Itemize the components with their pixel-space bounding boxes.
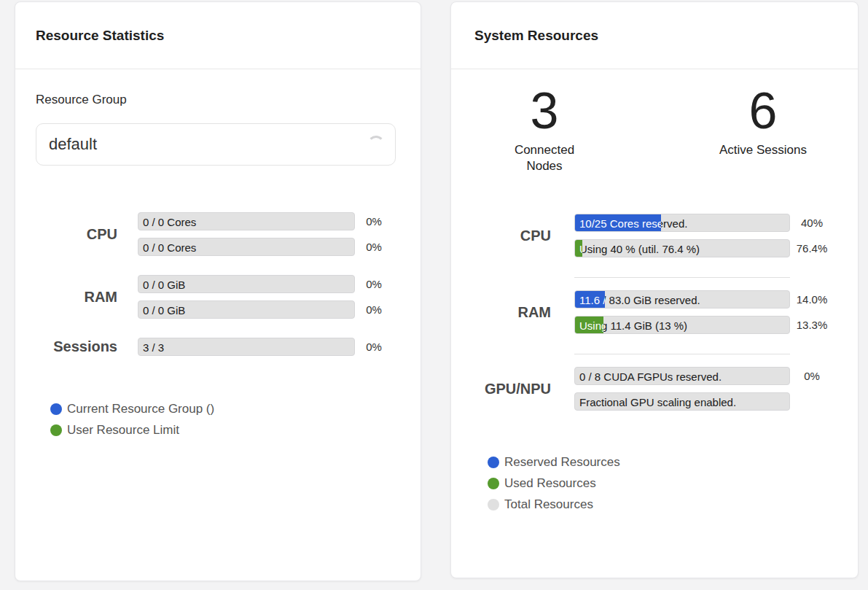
- bar-percent: 0%: [359, 241, 388, 253]
- green-dot-icon: [488, 478, 499, 489]
- connected-nodes-label: Connected Nodes: [504, 142, 585, 174]
- ram-used-bar: Using 11.4 GiB (13 %) Using 11.4 GiB (13…: [574, 316, 790, 334]
- legend-item-reserved-resources: Reserved Resources: [488, 451, 834, 473]
- cpu-limit-bar: 0 / 0 Cores 0 / 0 Cores: [138, 238, 355, 256]
- legend-item-total-resources: Total Resources: [488, 494, 834, 515]
- bar-fill: Using 11.4 GiB (13 %): [575, 317, 603, 333]
- ram-label: RAM: [36, 289, 117, 306]
- legend-item-current-resource-group: Current Resource Group (): [50, 398, 400, 419]
- sessions-bar: 3 / 3 3 / 3: [138, 338, 355, 356]
- sessions-label: Sessions: [36, 338, 117, 355]
- bar-percent: 14.0%: [794, 293, 829, 306]
- bar-fill-text: Using 11.4 GiB (13 %): [579, 319, 603, 331]
- cpu-reserved-bar: 10/25 Cores reserved. 10/25 Cores reserv…: [574, 214, 790, 232]
- bar-percent: 13.3%: [794, 319, 829, 331]
- gray-dot-icon: [488, 499, 499, 511]
- ram-label: RAM: [474, 304, 551, 321]
- system-stats-row: 3 Connected Nodes 6 Active Sessions: [474, 85, 834, 174]
- bar-text: 0 / 0 Cores: [143, 241, 196, 253]
- gpu-npu-label: GPU/NPU: [474, 381, 551, 397]
- bar-text: 0 / 0 GiB: [143, 278, 185, 290]
- blue-dot-icon: [50, 403, 62, 415]
- legend-label: Total Resources: [504, 497, 593, 512]
- bar-percent: 0%: [794, 370, 829, 382]
- cpu-used-bar: Using 40 % (util. 76.4 %) Using 40 % (ut…: [574, 239, 790, 257]
- metric-divider: [574, 354, 790, 354]
- gpu-metric-row: GPU/NPU 0 / 8 CUDA FGPUs reserved. 0 / 8…: [474, 367, 834, 411]
- legend-label: User Resource Limit: [67, 423, 179, 438]
- bar-text: Fractional GPU scaling enabled.: [579, 395, 736, 408]
- blue-dot-icon: [488, 457, 499, 468]
- metric-divider: [574, 277, 790, 278]
- ram-group-bar: 0 / 0 GiB 0 / 0 GiB: [138, 275, 355, 293]
- bar-text: 0 / 0 Cores: [143, 215, 196, 228]
- bar-percent: 0%: [359, 341, 388, 353]
- bar-fill: 10/25 Cores reserved.: [575, 214, 661, 231]
- ram-metric-row: RAM 11.6 / 83.0 GiB reserved. 11.6 / 83.…: [474, 290, 834, 334]
- bar-percent: 0%: [359, 215, 388, 228]
- resource-statistics-legend: Current Resource Group () User Resource …: [50, 398, 400, 440]
- connected-nodes-stat: 3 Connected Nodes: [504, 85, 585, 174]
- cpu-metric-row: CPU 10/25 Cores reserved. 10/25 Cores re…: [474, 214, 834, 257]
- resource-group-selected-value: default: [49, 135, 97, 154]
- resource-statistics-title: Resource Statistics: [36, 28, 164, 44]
- resource-statistics-metrics: CPU 0 / 0 Cores 0 / 0 Cores 0% 0: [36, 212, 400, 356]
- cpu-label: CPU: [474, 228, 551, 244]
- legend-label: Current Resource Group (): [67, 402, 214, 416]
- legend-label: Reserved Resources: [504, 455, 620, 470]
- resource-group-label: Resource Group: [36, 93, 400, 107]
- bar-percent: 76.4%: [794, 242, 829, 255]
- ram-metric-row: RAM 0 / 0 GiB 0 / 0 GiB 0% 0 / 0: [36, 275, 400, 319]
- resource-statistics-body: Resource Group default CPU 0 / 0 Cores 0…: [15, 69, 421, 440]
- ram-limit-bar: 0 / 0 GiB 0 / 0 GiB: [138, 300, 355, 319]
- system-resources-header: System Resources: [451, 2, 858, 69]
- legend-item-used-resources: Used Resources: [488, 473, 834, 494]
- bar-fill-text: 11.6 / 83.0 GiB reserved.: [579, 293, 605, 306]
- bar-percent: 0%: [359, 303, 388, 316]
- resource-statistics-header: Resource Statistics: [15, 2, 421, 69]
- resource-group-select[interactable]: default: [36, 123, 396, 166]
- legend-item-user-resource-limit: User Resource Limit: [50, 419, 400, 440]
- system-resources-title: System Resources: [474, 28, 598, 44]
- active-sessions-label: Active Sessions: [719, 142, 807, 158]
- loading-spinner-icon: [367, 136, 385, 153]
- system-resources-body: 3 Connected Nodes 6 Active Sessions CPU …: [451, 69, 858, 515]
- cpu-group-bar: 0 / 0 Cores 0 / 0 Cores: [138, 212, 355, 230]
- bar-fill-text: 10/25 Cores reserved.: [579, 217, 661, 229]
- ram-reserved-bar: 11.6 / 83.0 GiB reserved. 11.6 / 83.0 Gi…: [574, 290, 790, 308]
- bar-percent: 40%: [794, 217, 829, 229]
- bar-text: Using 40 % (util. 76.4 %): [579, 242, 700, 255]
- bar-fill-text: Using 40 % (util. 76.4 %): [579, 242, 582, 255]
- green-dot-icon: [50, 424, 62, 436]
- bar-fill: 11.6 / 83.0 GiB reserved.: [575, 291, 605, 308]
- system-resources-card: System Resources 3 Connected Nodes 6 Act…: [450, 1, 859, 578]
- bar-fill: Using 40 % (util. 76.4 %): [575, 240, 582, 257]
- bar-text: 0 / 0 GiB: [143, 303, 185, 316]
- bar-text: 3 / 3: [143, 341, 164, 353]
- bar-text: 0 / 8 CUDA FGPUs reserved.: [579, 370, 722, 382]
- cpu-label: CPU: [36, 226, 117, 243]
- cpu-metric-row: CPU 0 / 0 Cores 0 / 0 Cores 0% 0: [36, 212, 400, 256]
- gpu-scaling-info-bar: Fractional GPU scaling enabled.: [574, 392, 790, 411]
- sessions-metric-row: Sessions 3 / 3 3 / 3 0%: [36, 338, 400, 356]
- gpu-reserved-bar: 0 / 8 CUDA FGPUs reserved. 0 / 8 CUDA FG…: [574, 367, 790, 385]
- legend-label: Used Resources: [504, 476, 596, 491]
- resource-statistics-card: Resource Statistics Resource Group defau…: [15, 1, 421, 581]
- system-resources-metrics: CPU 10/25 Cores reserved. 10/25 Cores re…: [474, 214, 834, 411]
- bar-percent: 0%: [359, 278, 388, 290]
- system-resources-legend: Reserved Resources Used Resources Total …: [488, 451, 834, 515]
- active-sessions-count: 6: [719, 85, 807, 136]
- connected-nodes-count: 3: [504, 85, 585, 136]
- active-sessions-stat: 6 Active Sessions: [719, 85, 807, 174]
